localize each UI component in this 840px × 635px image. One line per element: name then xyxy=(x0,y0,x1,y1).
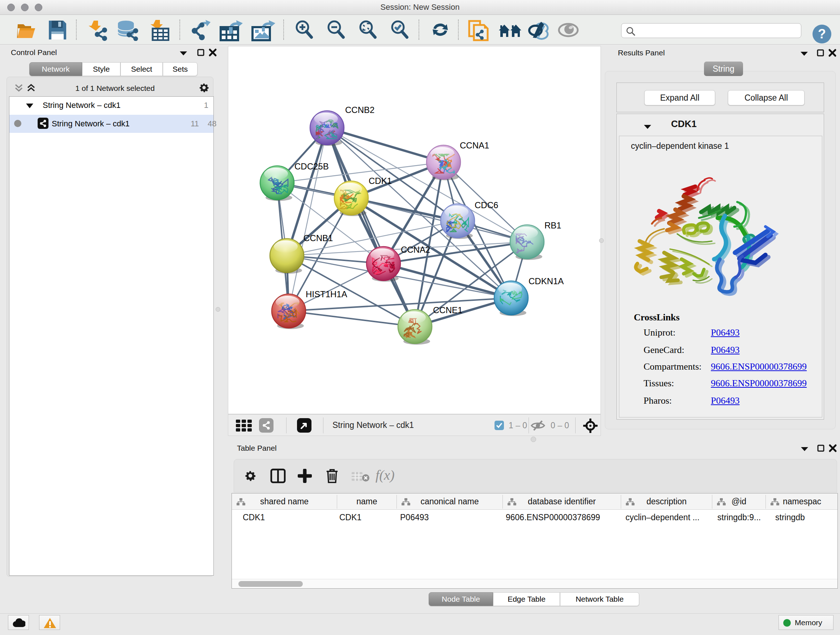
svg-text:CDC6: CDC6 xyxy=(475,200,498,210)
svg-text:RB1: RB1 xyxy=(545,220,561,230)
svg-text:?: ? xyxy=(818,27,826,41)
svg-text:CCNA1: CCNA1 xyxy=(460,141,489,150)
svg-text:CCNB1: CCNB1 xyxy=(303,233,333,243)
svg-text:CCNB2: CCNB2 xyxy=(345,105,374,115)
svg-text:CDKN1A: CDKN1A xyxy=(529,276,564,286)
svg-text:CDC25B: CDC25B xyxy=(294,162,329,171)
svg-text:HIST1H1A: HIST1H1A xyxy=(306,289,347,299)
svg-text:CDK1: CDK1 xyxy=(369,176,392,186)
svg-text:CCNA2: CCNA2 xyxy=(401,245,430,255)
svg-text:CCNE1: CCNE1 xyxy=(433,305,462,315)
